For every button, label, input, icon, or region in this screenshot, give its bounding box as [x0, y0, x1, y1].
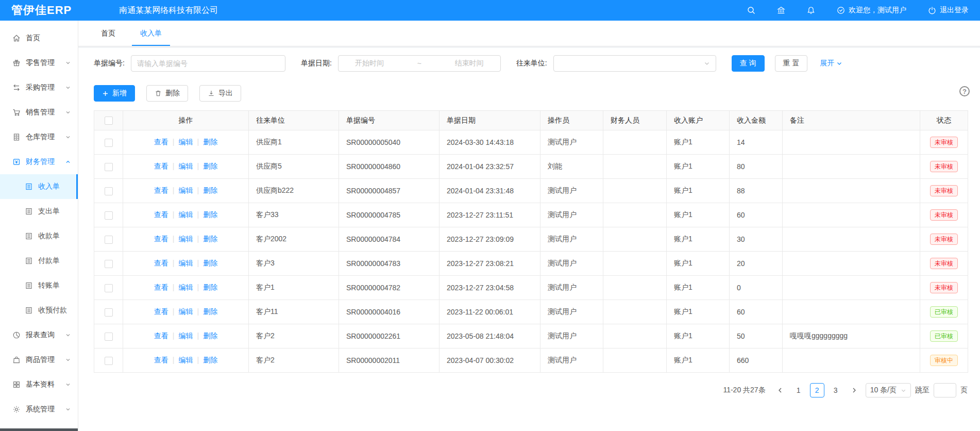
cell-operator: 测试用户 [540, 324, 603, 349]
row-checkbox[interactable] [105, 187, 113, 195]
table-row: 查看编辑删除 客户33 SR00000004785 2023-12-27 23:… [94, 203, 968, 227]
delete-link[interactable]: 删除 [203, 283, 217, 291]
delete-link[interactable]: 删除 [203, 235, 217, 243]
cell-remark [783, 227, 920, 252]
col-income-amount: 收入金额 [730, 111, 783, 130]
cell-remark [783, 276, 920, 300]
row-checkbox[interactable] [105, 333, 113, 341]
row-checkbox[interactable] [105, 308, 113, 317]
sidebar-item-sales[interactable]: 销售管理 [0, 100, 78, 125]
pie-chart-icon [12, 331, 21, 339]
cell-remark [783, 349, 920, 373]
page-size-select[interactable]: 10 条/页 [866, 383, 911, 397]
delete-link[interactable]: 删除 [203, 259, 217, 267]
view-link[interactable]: 查看 [154, 235, 168, 243]
add-button[interactable]: 新增 [94, 85, 135, 102]
cell-finance-staff [603, 130, 667, 155]
sidebar-item-system[interactable]: 系统管理 [0, 397, 78, 422]
view-link[interactable]: 查看 [154, 138, 168, 146]
delete-link[interactable]: 删除 [203, 331, 217, 340]
sidebar-subitem-transfer[interactable]: 转账单 [0, 273, 78, 298]
cart-icon [12, 108, 21, 117]
delete-link[interactable]: 删除 [203, 210, 217, 219]
row-checkbox[interactable] [105, 357, 113, 365]
edit-link[interactable]: 编辑 [179, 162, 193, 170]
sidebar-collapse-bar[interactable] [0, 428, 78, 431]
sidebar-item-warehouse[interactable]: 仓库管理 [0, 125, 78, 150]
delete-link[interactable]: 删除 [203, 307, 217, 316]
row-checkbox[interactable] [105, 211, 113, 220]
sidebar-item-home[interactable]: 首页 [0, 26, 78, 51]
logout-text: 退出登录 [940, 6, 969, 15]
partner-select[interactable] [553, 55, 716, 72]
select-all-checkbox[interactable] [105, 117, 113, 125]
date-range-picker[interactable]: 开始时间 ~ 结束时间 [338, 55, 501, 72]
sidebar-item-purchase[interactable]: 采购管理 [0, 75, 78, 100]
sidebar-item-reports[interactable]: 报表查询 [0, 323, 78, 347]
sidebar-subitem-payment[interactable]: 付款单 [0, 248, 78, 273]
row-checkbox[interactable] [105, 163, 113, 171]
edit-link[interactable]: 编辑 [179, 235, 193, 243]
notification-bell-icon[interactable] [807, 6, 815, 14]
view-link[interactable]: 查看 [154, 259, 168, 267]
chevron-down-icon [65, 135, 71, 140]
page-button-1[interactable]: 1 [791, 383, 806, 397]
income-bill-panel: 单据编号: 单据日期: 开始时间 ~ 结束时间 往来单位: 查 询 [78, 48, 980, 431]
export-button[interactable]: 导出 [199, 85, 241, 102]
sidebar-subitem-income[interactable]: 收入单 [0, 174, 78, 199]
cell-operator: 测试用户 [540, 227, 603, 252]
edit-link[interactable]: 编辑 [179, 186, 193, 194]
sidebar-subitem-prepayment[interactable]: 收预付款 [0, 298, 78, 323]
search-button[interactable]: 查 询 [732, 55, 765, 72]
delete-link[interactable]: 删除 [203, 138, 217, 146]
view-link[interactable]: 查看 [154, 307, 168, 316]
delete-button[interactable]: 删除 [146, 85, 188, 102]
sidebar-subitem-expense[interactable]: 支出单 [0, 199, 78, 224]
next-page-button[interactable] [847, 383, 861, 397]
edit-link[interactable]: 编辑 [179, 259, 193, 267]
edit-link[interactable]: 编辑 [179, 138, 193, 146]
page-button-2-current[interactable]: 2 [810, 383, 824, 397]
view-link[interactable]: 查看 [154, 162, 168, 170]
row-checkbox[interactable] [105, 139, 113, 147]
row-checkbox[interactable] [105, 236, 113, 244]
tab-home[interactable]: 首页 [93, 21, 124, 46]
table-row: 查看编辑删除 供应商1 SR00000005040 2024-03-30 14:… [94, 130, 968, 155]
tab-income-bill[interactable]: 收入单 [132, 21, 170, 46]
logout-button[interactable]: 退出登录 [928, 6, 969, 15]
view-link[interactable]: 查看 [154, 356, 168, 364]
row-checkbox[interactable] [105, 260, 113, 268]
sidebar-item-goods[interactable]: 商品管理 [0, 347, 78, 372]
table-row: 查看编辑删除 客户2002 SR00000004784 2023-12-27 2… [94, 227, 968, 252]
edit-link[interactable]: 编辑 [179, 356, 193, 364]
sidebar-item-finance[interactable]: 财务管理 [0, 150, 78, 174]
cell-finance-staff [603, 324, 667, 349]
sidebar-item-basic-data[interactable]: 基本资料 [0, 372, 78, 397]
edit-link[interactable]: 编辑 [179, 307, 193, 316]
plus-icon [102, 90, 109, 97]
expand-filters-link[interactable]: 展开 [820, 59, 842, 68]
delete-link[interactable]: 删除 [203, 356, 217, 364]
welcome-user[interactable]: 欢迎您，测试用户 [837, 6, 906, 15]
reset-button[interactable]: 重 置 [775, 55, 808, 72]
bank-icon[interactable] [777, 6, 785, 14]
search-icon[interactable] [747, 6, 755, 14]
tab-bar: 首页 收入单 [78, 21, 980, 46]
sidebar-item-retail[interactable]: 零售管理 [0, 51, 78, 75]
row-checkbox[interactable] [105, 284, 113, 292]
view-link[interactable]: 查看 [154, 331, 168, 340]
bill-no-input[interactable] [131, 55, 285, 72]
edit-link[interactable]: 编辑 [179, 331, 193, 340]
sidebar-subitem-receipt[interactable]: 收款单 [0, 224, 78, 248]
edit-link[interactable]: 编辑 [179, 283, 193, 291]
edit-link[interactable]: 编辑 [179, 210, 193, 219]
view-link[interactable]: 查看 [154, 283, 168, 291]
prev-page-button[interactable] [773, 383, 787, 397]
delete-link[interactable]: 删除 [203, 186, 217, 194]
help-icon[interactable]: ? [959, 86, 970, 96]
view-link[interactable]: 查看 [154, 210, 168, 219]
delete-link[interactable]: 删除 [203, 162, 217, 170]
page-button-3[interactable]: 3 [829, 383, 843, 397]
jump-page-input[interactable] [934, 383, 956, 397]
view-link[interactable]: 查看 [154, 186, 168, 194]
